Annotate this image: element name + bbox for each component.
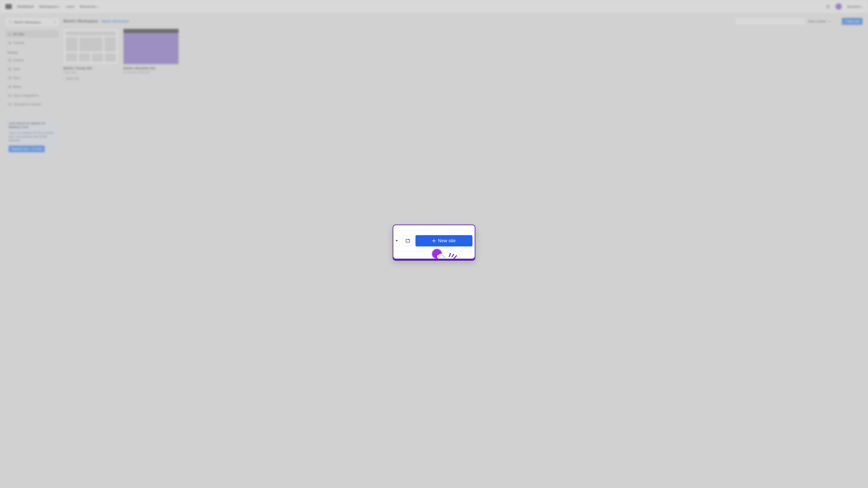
main-content: Mohit's Workspace Starter Workspace Date…: [63, 18, 863, 156]
site-card: Mohit's Trendy Site Client: N/A Starter …: [63, 29, 119, 81]
workspace-tier-link: Starter Workspace: [101, 20, 129, 23]
promo-card: Last chance to register for Webflow Conf…: [5, 119, 59, 156]
puzzle-icon: [8, 94, 11, 97]
workspace-selector: Mohit's Workspace: [5, 18, 59, 27]
nav-account: Account: [847, 5, 863, 8]
workspace-name: Mohit's Workspace: [14, 21, 51, 24]
promo-body: Tune in on October 15–16 to connect, lea…: [8, 131, 56, 142]
site-subtitle: No domain connected: [123, 71, 179, 74]
site-thumbnail: [63, 29, 119, 64]
layers-icon: [8, 103, 11, 106]
users-icon: [8, 68, 11, 71]
nav-resources: Resources: [80, 5, 99, 8]
svg-line-2: [453, 255, 456, 257]
chevron-down-icon: [396, 240, 398, 241]
svg-line-0: [447, 252, 450, 256]
plus-icon: [432, 239, 436, 242]
sidebar-settings-heading: Settings: [7, 51, 59, 54]
site-title: Mohit's Beautiful Site: [123, 66, 179, 70]
webflow-logo-icon: [5, 4, 12, 9]
site-subtitle: Client: N/A: [63, 71, 119, 74]
chevron-down-icon: [829, 21, 831, 22]
site-thumbnail: [123, 29, 179, 64]
chevron-down-icon: [97, 6, 99, 8]
sidebar-item-plans: Plans: [5, 74, 59, 82]
top-navbar: Dashboard Workspaces Learn Resources Acc…: [0, 0, 868, 13]
sidebar: Mohit's Workspace All sites Tutorials Se…: [5, 18, 59, 156]
sidebar-item-tutorials: Tutorials: [5, 39, 59, 46]
sidebar-item-general: General: [5, 57, 59, 64]
new-folder-icon: [834, 19, 839, 24]
promo-cta-button: Register now — it's free: [8, 145, 45, 152]
site-title: Mohit's Trendy Site: [63, 66, 119, 70]
sidebar-item-apps: Apps & Integrations: [5, 92, 59, 99]
search-input: [735, 18, 805, 25]
promo-heading: Last chance to register for Webflow Conf: [8, 122, 56, 129]
onboarding-tooltip: New site: [393, 225, 475, 259]
chevron-down-icon: [861, 6, 863, 8]
sidebar-item-all-sites: All sites: [5, 30, 59, 38]
new-site-button: + New site: [842, 18, 863, 25]
workspace-avatar-icon: [8, 20, 12, 24]
grid-icon: [8, 33, 11, 36]
gear-icon: [8, 59, 11, 62]
avatar: [835, 3, 842, 10]
chevron-down-icon: [59, 6, 60, 8]
receipt-icon: [8, 85, 11, 88]
nav-workspaces: Workspaces: [39, 5, 60, 8]
card-icon: [8, 76, 11, 79]
chevron-down-icon: [54, 22, 56, 23]
new-folder-button[interactable]: [402, 235, 413, 246]
sort-selector: Date created: [808, 20, 831, 23]
page-title: Mohit's Workspace: [63, 19, 98, 24]
nav-learn: Learn: [66, 5, 74, 8]
sidebar-item-templates: Templates & Libraries: [5, 101, 59, 108]
tooltip-panel: New site: [393, 225, 475, 259]
bell-icon: [826, 4, 830, 8]
site-card: Mohit's Beautiful Site No domain connect…: [123, 29, 179, 81]
new-site-button[interactable]: New site: [415, 235, 472, 246]
svg-line-1: [450, 253, 454, 256]
new-site-label: New site: [438, 238, 456, 243]
book-icon: [8, 41, 11, 44]
sidebar-item-billing: Billing: [5, 83, 59, 90]
sidebar-item-team: Team: [5, 65, 59, 73]
nav-dashboard: Dashboard: [17, 5, 34, 8]
site-plan-badge: Starter site: [63, 76, 81, 81]
dropdown-toggle-button[interactable]: [393, 235, 400, 246]
new-folder-icon: [405, 238, 410, 243]
